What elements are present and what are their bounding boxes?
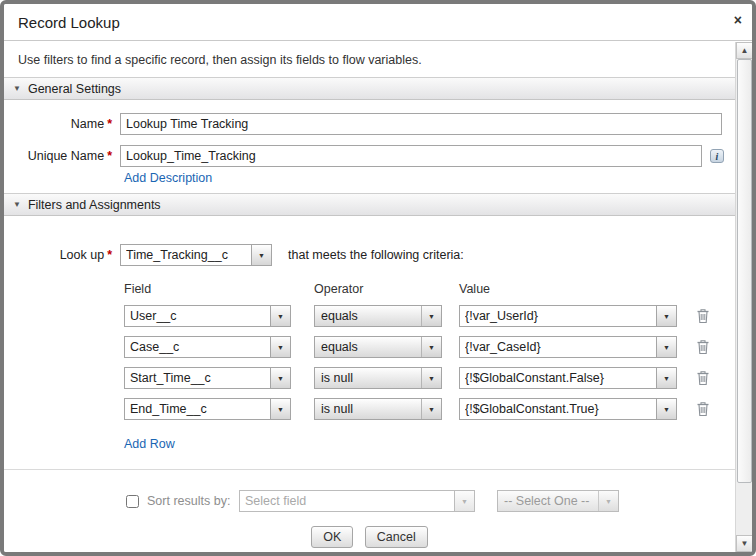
delete-row-button[interactable]: [696, 370, 710, 386]
scroll-down-icon[interactable]: ▼: [736, 535, 753, 552]
trash-icon: [696, 401, 710, 417]
field-input[interactable]: [124, 367, 271, 389]
operator-select[interactable]: is null ▼: [314, 367, 442, 389]
sort-results-checkbox[interactable]: [126, 495, 139, 508]
value-combobox: ▼: [459, 305, 684, 327]
dropdown-arrow-icon: ▼: [421, 306, 441, 326]
filter-row: ▼ is null ▼ ▼: [124, 367, 735, 389]
required-asterisk: *: [107, 149, 112, 163]
dropdown-arrow-icon[interactable]: ▼: [270, 305, 291, 327]
cancel-button[interactable]: Cancel: [365, 526, 428, 548]
sort-results-row: Sort results by: ▼ -- Select One -- ▼: [126, 490, 735, 512]
field-input[interactable]: [124, 336, 271, 358]
lookup-label: Look up: [60, 248, 104, 262]
vertical-scrollbar[interactable]: ▲ ▼: [735, 42, 752, 552]
dropdown-arrow-icon[interactable]: ▼: [656, 336, 677, 358]
section-title-general-settings: General Settings: [28, 82, 121, 96]
section-header-general-settings[interactable]: ▼ General Settings: [4, 77, 735, 100]
trash-icon: [696, 339, 710, 355]
dropdown-arrow-icon: ▼: [598, 491, 618, 511]
dropdown-arrow-icon[interactable]: ▼: [656, 367, 677, 389]
required-asterisk: *: [107, 117, 112, 131]
trash-icon: [696, 308, 710, 324]
separator: [4, 469, 735, 470]
unique-name-input[interactable]: [120, 145, 702, 167]
lookup-object-combobox: ▼: [120, 244, 272, 266]
dropdown-arrow-icon[interactable]: ▼: [656, 305, 677, 327]
field-column-header: Field: [124, 282, 314, 296]
dropdown-arrow-icon: ▼: [421, 399, 441, 419]
dialog-body: Use filters to find a specific record, t…: [4, 42, 752, 552]
dialog-content: Use filters to find a specific record, t…: [4, 42, 735, 552]
value-combobox: ▼: [459, 336, 684, 358]
section-header-filters-assignments[interactable]: ▼ Filters and Assignments: [4, 193, 735, 216]
unique-name-label: Unique Name: [28, 149, 104, 163]
close-icon[interactable]: ×: [734, 13, 742, 27]
criteria-text: that meets the following criteria:: [288, 248, 464, 262]
collapse-triangle-icon: ▼: [13, 84, 21, 93]
name-input[interactable]: [120, 113, 722, 135]
lookup-label-wrap: Look up*: [8, 248, 112, 262]
value-input[interactable]: [459, 336, 657, 358]
value-combobox: ▼: [459, 398, 684, 420]
lookup-object-input[interactable]: [120, 244, 252, 266]
field-combobox: ▼: [124, 336, 314, 358]
dropdown-arrow-icon[interactable]: ▼: [270, 398, 291, 420]
info-icon[interactable]: i: [710, 149, 724, 163]
section-title-filters-assignments: Filters and Assignments: [28, 198, 161, 212]
value-column-header: Value: [459, 282, 684, 296]
field-input[interactable]: [124, 305, 271, 327]
filter-row: ▼ is null ▼ ▼: [124, 398, 735, 420]
dialog-description: Use filters to find a specific record, t…: [4, 42, 735, 77]
name-label: Name: [71, 117, 104, 131]
operator-select[interactable]: is null ▼: [314, 398, 442, 420]
filter-row: ▼ equals ▼ ▼: [124, 305, 735, 327]
dropdown-arrow-icon[interactable]: ▼: [656, 398, 677, 420]
scroll-up-icon[interactable]: ▲: [736, 42, 753, 59]
delete-row-button[interactable]: [696, 401, 710, 417]
dropdown-arrow-icon[interactable]: ▼: [270, 367, 291, 389]
trash-icon: [696, 370, 710, 386]
value-input[interactable]: [459, 367, 657, 389]
sort-results-label: Sort results by:: [147, 494, 239, 508]
dropdown-arrow-icon[interactable]: ▼: [454, 490, 475, 512]
lookup-row: Look up* ▼ that meets the following crit…: [4, 244, 735, 266]
ok-button[interactable]: OK: [311, 526, 353, 548]
field-input[interactable]: [124, 398, 271, 420]
dialog-footer: OK Cancel: [4, 526, 735, 548]
field-combobox: ▼: [124, 305, 314, 327]
dialog-titlebar: Record Lookup ×: [4, 4, 752, 41]
operator-column-header: Operator: [314, 282, 459, 296]
dropdown-arrow-icon: ▼: [421, 368, 441, 388]
field-combobox: ▼: [124, 367, 314, 389]
required-asterisk: *: [107, 248, 112, 262]
delete-row-button[interactable]: [696, 339, 710, 355]
dialog-title: Record Lookup: [18, 14, 120, 31]
sort-field-input[interactable]: [239, 490, 455, 512]
scrollbar-thumb[interactable]: [737, 59, 752, 483]
unique-name-row: Unique Name* i: [4, 145, 735, 167]
value-input[interactable]: [459, 305, 657, 327]
add-description-link[interactable]: Add Description: [124, 171, 212, 185]
record-lookup-dialog: Record Lookup × Use filters to find a sp…: [0, 0, 756, 556]
filter-table-header: Field Operator Value: [124, 282, 735, 296]
filter-table: Field Operator Value ▼ equals ▼: [124, 282, 735, 420]
operator-select[interactable]: equals ▼: [314, 305, 442, 327]
dropdown-arrow-icon[interactable]: ▼: [270, 336, 291, 358]
delete-row-button[interactable]: [696, 308, 710, 324]
sort-field-combobox: ▼: [239, 490, 475, 512]
dropdown-arrow-icon[interactable]: ▼: [251, 244, 272, 266]
field-combobox: ▼: [124, 398, 314, 420]
value-input[interactable]: [459, 398, 657, 420]
collapse-triangle-icon: ▼: [13, 200, 21, 209]
value-combobox: ▼: [459, 367, 684, 389]
dropdown-arrow-icon: ▼: [421, 337, 441, 357]
add-row-link[interactable]: Add Row: [124, 437, 175, 451]
sort-order-select[interactable]: -- Select One -- ▼: [497, 490, 619, 512]
name-label-wrap: Name*: [8, 117, 112, 131]
unique-name-label-wrap: Unique Name*: [8, 149, 112, 163]
operator-select[interactable]: equals ▼: [314, 336, 442, 358]
name-row: Name*: [4, 113, 735, 135]
filter-row: ▼ equals ▼ ▼: [124, 336, 735, 358]
